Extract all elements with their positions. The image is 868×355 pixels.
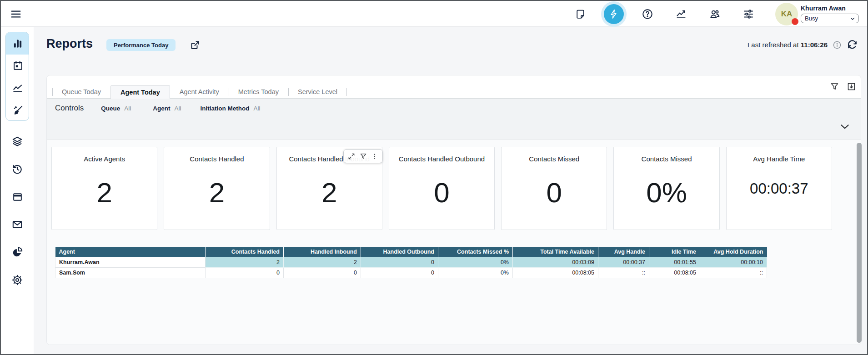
kebab-icon[interactable] xyxy=(371,153,378,160)
metric-card-avg-handle-time: Avg Handle Time 00:00:37 xyxy=(726,147,832,230)
left-sidebar xyxy=(1,27,34,354)
sidebar-item-layers[interactable] xyxy=(5,130,29,152)
filter-initiation-method-label: Initiation Method xyxy=(201,105,250,112)
vertical-scrollbar-thumb[interactable] xyxy=(857,143,862,343)
mail-icon xyxy=(11,219,23,230)
cell-value: 00:08:05 xyxy=(513,267,598,278)
cell-value: 00:00:10 xyxy=(700,257,767,267)
brush-icon xyxy=(12,105,24,116)
col-contacts-handled: Contacts Handled xyxy=(206,247,284,257)
cell-value: 0% xyxy=(438,257,513,267)
sliders-icon xyxy=(743,8,754,20)
tab-queue-today[interactable]: Queue Today xyxy=(52,85,110,98)
agent-table: Agent Contacts Handled Handled Inbound H… xyxy=(55,247,767,278)
sidebar-item-pie-chart[interactable] xyxy=(5,241,29,263)
filter-button[interactable] xyxy=(830,82,839,91)
table-row: Sam.Som 0 0 0 0% 00:08:05 :: 00:08:05 :: xyxy=(55,267,767,278)
calendar-icon xyxy=(12,60,24,71)
boost-button[interactable] xyxy=(604,4,624,24)
sliders-button[interactable] xyxy=(738,4,758,24)
col-avg-handle: Avg Handle xyxy=(598,247,649,257)
last-refreshed-time: 11:06:26 xyxy=(801,41,828,49)
chevron-down-icon xyxy=(849,15,856,22)
card-hover-toolbar xyxy=(343,149,383,163)
report-panel: Queue Today Agent Today Agent Activity M… xyxy=(46,75,861,345)
metric-card-value: 2 xyxy=(277,176,382,209)
metric-card-title: Contacts Handled xyxy=(190,155,244,163)
boost-lightning-icon xyxy=(608,9,619,20)
col-contacts-missed-pct: Contacts Missed % xyxy=(438,247,513,257)
cell-value: 0 xyxy=(284,267,361,278)
sidebar-item-bar-chart[interactable] xyxy=(6,32,29,55)
cell-value: 00:01:55 xyxy=(649,257,700,267)
refresh-button[interactable] xyxy=(847,39,858,50)
cell-value: 0 xyxy=(361,267,438,278)
filter-initiation-method[interactable]: Initiation Method All xyxy=(201,105,261,112)
metric-card-title: Contacts Handled Outbound xyxy=(399,155,485,163)
metrics-icon xyxy=(675,8,687,20)
cell-value: :: xyxy=(598,267,649,278)
notes-button[interactable] xyxy=(570,4,590,24)
expand-icon[interactable] xyxy=(348,153,355,160)
external-link-icon xyxy=(190,40,201,50)
download-button[interactable] xyxy=(847,82,856,91)
metric-card-value: 00:00:37 xyxy=(727,180,832,197)
last-refreshed-group: Last refreshed at 11:06:26 xyxy=(748,39,858,50)
hamburger-icon xyxy=(10,8,22,20)
app-window: KA Khurram Awan Busy xyxy=(0,0,868,355)
col-idle-time: Idle Time xyxy=(649,247,700,257)
sidebar-reports-group xyxy=(5,32,29,121)
filter-queue[interactable]: Queue All xyxy=(101,105,131,112)
cell-value: 00:03:09 xyxy=(513,257,598,267)
controls-row: Controls Queue All Agent All Initiation … xyxy=(47,99,861,118)
cell-value: 0 xyxy=(206,267,284,278)
filter-queue-value: All xyxy=(124,105,131,112)
cell-agent: Sam.Som xyxy=(55,267,206,278)
contacts-icon xyxy=(709,8,721,20)
tab-metrics-today[interactable]: Metrics Today xyxy=(229,85,288,98)
metric-card-value: 2 xyxy=(52,176,157,209)
main-area: Reports Performance Today Last refreshed… xyxy=(34,27,867,354)
controls-bar: Controls Queue All Agent All Initiation … xyxy=(47,98,861,140)
tab-agent-activity[interactable]: Agent Activity xyxy=(170,85,229,98)
user-avatar[interactable]: KA xyxy=(775,3,798,25)
metric-card-contacts-missed: Contacts Missed 0 xyxy=(501,147,607,230)
cell-value: 0 xyxy=(361,257,438,267)
help-button[interactable] xyxy=(637,4,657,24)
tab-agent-today[interactable]: Agent Today xyxy=(110,85,170,99)
status-select[interactable]: Busy xyxy=(801,14,859,23)
open-in-new-window-button[interactable] xyxy=(189,39,201,51)
metric-card-contacts-missed-pct: Contacts Missed 0% xyxy=(613,147,719,230)
sidebar-item-mail[interactable] xyxy=(5,214,29,235)
hamburger-menu-button[interactable] xyxy=(9,7,23,21)
cell-value: 00:08:05 xyxy=(649,267,700,278)
filter-agent-value: All xyxy=(175,105,181,112)
filter-agent[interactable]: Agent All xyxy=(153,105,181,112)
sidebar-item-line-chart[interactable] xyxy=(6,77,29,99)
metrics-button[interactable] xyxy=(671,4,691,24)
cell-value: 2 xyxy=(284,257,361,267)
sidebar-item-history[interactable] xyxy=(5,158,29,180)
controls-title: Controls xyxy=(55,104,84,113)
metric-card-active-agents: Active Agents 2 xyxy=(51,147,157,230)
collapse-controls-button[interactable] xyxy=(839,121,851,133)
metric-card-value: 2 xyxy=(164,176,269,209)
sidebar-item-settings[interactable] xyxy=(5,269,29,291)
notes-icon xyxy=(575,9,586,20)
info-icon[interactable] xyxy=(833,40,842,50)
status-dot xyxy=(792,18,798,25)
col-agent: Agent xyxy=(55,247,206,257)
metric-card-title: Contacts Missed xyxy=(642,155,692,163)
sidebar-item-brush[interactable] xyxy=(6,99,29,121)
user-name: Khurram Awan xyxy=(801,5,861,12)
tab-service-level[interactable]: Service Level xyxy=(288,85,347,98)
top-bar: KA Khurram Awan Busy xyxy=(1,1,867,27)
sidebar-item-window[interactable] xyxy=(5,186,29,208)
sidebar-item-calendar[interactable] xyxy=(6,55,29,77)
metric-card-value: 0 xyxy=(502,176,607,209)
filter-icon[interactable] xyxy=(360,153,367,160)
user-meta: Khurram Awan Busy xyxy=(801,5,861,23)
contacts-button[interactable] xyxy=(705,4,725,24)
col-avg-hold-duration: Avg Hold Duration xyxy=(700,247,767,257)
table-row: Khurram.Awan 2 2 0 0% 00:03:09 00:00:37 … xyxy=(55,257,767,267)
